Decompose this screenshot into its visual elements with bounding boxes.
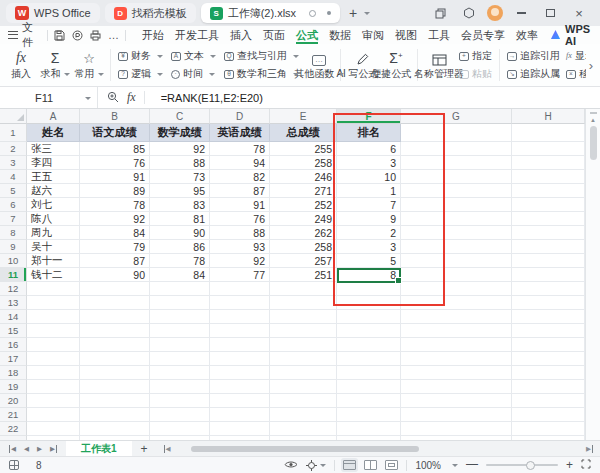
cell-H23[interactable] [512, 436, 585, 440]
cell-A10[interactable]: 郑十一 [27, 254, 80, 268]
cell-F7[interactable]: 9 [337, 212, 401, 226]
cell-G18[interactable] [401, 366, 512, 380]
zoom-formula-icon[interactable] [107, 89, 119, 107]
cell-C6[interactable]: 83 [150, 198, 210, 212]
trace-dependents-button[interactable]: ↘追踪从属 [504, 67, 563, 82]
zoom-level[interactable]: 100% [415, 460, 441, 471]
cell-C18[interactable] [150, 366, 210, 380]
cell-G9[interactable] [401, 240, 512, 254]
row-header-8[interactable]: 8 [0, 226, 27, 240]
cell-G3[interactable] [401, 156, 512, 170]
row-header-12[interactable]: 12 [0, 282, 27, 296]
menu-item-8[interactable]: 工具 [428, 26, 450, 44]
cell-H1[interactable] [512, 124, 585, 142]
name-box[interactable]: F11 [0, 87, 98, 108]
cell-B12[interactable] [80, 282, 150, 296]
cell-H20[interactable] [512, 394, 585, 408]
cell-A16[interactable] [27, 338, 80, 352]
integrations-icon[interactable] [458, 3, 480, 23]
cell-H6[interactable] [512, 198, 585, 212]
row-header-20[interactable]: 20 [0, 394, 27, 408]
more-quick-actions-icon[interactable]: … [108, 29, 119, 41]
save-icon[interactable] [54, 30, 65, 41]
cell-H22[interactable] [512, 422, 585, 436]
cell-G22[interactable] [401, 422, 512, 436]
cell-B17[interactable] [80, 352, 150, 366]
maximize-button[interactable] [539, 3, 561, 23]
roaming-button[interactable] [306, 460, 326, 471]
export-pdf-icon[interactable] [72, 30, 83, 41]
cell-H2[interactable] [512, 142, 585, 156]
scroll-left-icon[interactable]: ◀ [164, 445, 171, 453]
cell-C14[interactable] [150, 310, 210, 324]
trace-precedents-button[interactable]: →追踪引用 [504, 49, 563, 64]
menu-item-6[interactable]: 审阅 [362, 26, 384, 44]
cell-G7[interactable] [401, 212, 512, 226]
cell-C20[interactable] [150, 394, 210, 408]
cell-G13[interactable] [401, 296, 512, 310]
cell-C4[interactable]: 73 [150, 170, 210, 184]
menu-item-1[interactable]: 开发工具 [175, 26, 219, 44]
cell-H15[interactable] [512, 324, 585, 338]
cell-D20[interactable] [210, 394, 270, 408]
column-header-D[interactable]: D [210, 109, 270, 124]
insert-function-button[interactable]: fx 插入 [4, 45, 38, 85]
cell-F11[interactable]: 8 [337, 268, 401, 282]
cell-E23[interactable] [270, 436, 337, 440]
cell-A22[interactable] [27, 422, 80, 436]
cell-H21[interactable] [512, 408, 585, 422]
menu-item-5[interactable]: 数据 [329, 26, 351, 44]
cell-A9[interactable]: 吴十 [27, 240, 80, 254]
cell-D21[interactable] [210, 408, 270, 422]
cell-G11[interactable] [401, 268, 512, 282]
cell-E19[interactable] [270, 380, 337, 394]
last-sheet-icon[interactable]: ▶ [50, 445, 57, 453]
scrollbar-split-handle[interactable] [590, 112, 597, 114]
cell-D6[interactable]: 91 [210, 198, 270, 212]
cell-A4[interactable]: 王五 [27, 170, 80, 184]
row-header-9[interactable]: 9 [0, 240, 27, 254]
row-header-4[interactable]: 4 [0, 170, 27, 184]
cell-D19[interactable] [210, 380, 270, 394]
cell-B1[interactable]: 语文成绩 [80, 124, 150, 142]
cell-H9[interactable] [512, 240, 585, 254]
cell-D22[interactable] [210, 422, 270, 436]
eye-icon[interactable] [284, 460, 298, 471]
cell-E5[interactable]: 271 [270, 184, 337, 198]
vertical-scrollbar[interactable]: ▲ [585, 109, 600, 440]
row-header-5[interactable]: 5 [0, 184, 27, 198]
ribbon-expand-chevron-icon[interactable]: › [586, 58, 596, 73]
cell-C10[interactable]: 78 [150, 254, 210, 268]
cell-G1[interactable] [401, 124, 512, 142]
view-normal-button[interactable] [343, 460, 356, 470]
wps-ai-button[interactable]: WPS AI [550, 23, 590, 47]
cell-F23[interactable] [337, 436, 401, 440]
cell-F1[interactable]: 排名 [337, 124, 401, 142]
menu-item-7[interactable]: 视图 [395, 26, 417, 44]
cell-E17[interactable] [270, 352, 337, 366]
cell-H5[interactable] [512, 184, 585, 198]
row-header-19[interactable]: 19 [0, 380, 27, 394]
cell-A11[interactable]: 钱十二 [27, 268, 80, 282]
previous-sheet-icon[interactable]: ◀ [24, 445, 29, 453]
cell-C17[interactable] [150, 352, 210, 366]
cell-B7[interactable]: 92 [80, 212, 150, 226]
row-header-23[interactable]: 23 [0, 436, 27, 440]
cell-D16[interactable] [210, 338, 270, 352]
cell-H13[interactable] [512, 296, 585, 310]
cell-D4[interactable]: 82 [210, 170, 270, 184]
logic-functions-button[interactable]: ?逻辑 [115, 67, 166, 82]
scroll-up-icon[interactable]: ▲ [590, 117, 596, 123]
cell-E22[interactable] [270, 422, 337, 436]
cell-E16[interactable] [270, 338, 337, 352]
cell-F21[interactable] [337, 408, 401, 422]
cell-G12[interactable] [401, 282, 512, 296]
cell-H8[interactable] [512, 226, 585, 240]
row-header-2[interactable]: 2 [0, 142, 27, 156]
cell-E3[interactable]: 258 [270, 156, 337, 170]
menu-item-2[interactable]: 插入 [230, 26, 252, 44]
tab-docer[interactable]: D 找稻壳模板 [105, 3, 196, 23]
menu-item-0[interactable]: 开始 [142, 26, 164, 44]
cell-B22[interactable] [80, 422, 150, 436]
row-header-13[interactable]: 13 [0, 296, 27, 310]
